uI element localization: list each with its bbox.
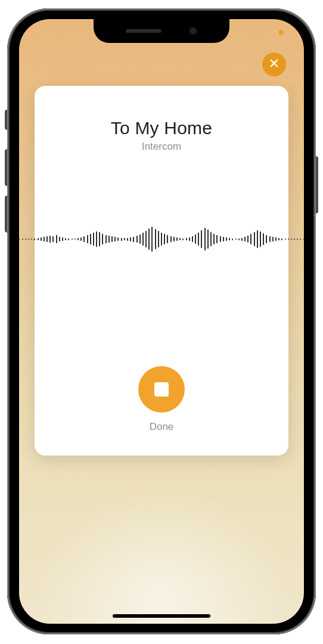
- waveform-bar: [59, 237, 60, 242]
- waveform-bar: [130, 237, 131, 242]
- waveform-bar: [247, 236, 249, 243]
- waveform-bar: [121, 238, 122, 241]
- waveform-bar: [108, 236, 110, 243]
- waveform-bar: [22, 239, 23, 240]
- waveform-bar: [241, 238, 243, 241]
- waveform-bar: [176, 237, 178, 241]
- waveform-bar: [68, 239, 69, 240]
- waveform-bar: [93, 233, 94, 246]
- waveform-bar: [220, 236, 221, 242]
- waveform-bar: [213, 234, 215, 244]
- waveform-bar: [204, 228, 206, 250]
- waveform-bar: [31, 239, 32, 240]
- waveform-bar: [229, 238, 230, 240]
- waveform-bar: [189, 237, 190, 241]
- waveform-bar: [201, 230, 202, 248]
- mute-switch: [5, 110, 7, 130]
- waveform-bar: [300, 239, 301, 240]
- waveform-bar: [124, 238, 125, 240]
- waveform-bar: [65, 238, 66, 240]
- waveform-bar: [117, 237, 119, 241]
- waveform-bar: [28, 239, 29, 240]
- home-indicator[interactable]: [113, 614, 210, 618]
- waveform-bar: [19, 239, 20, 240]
- speaker-grille: [126, 29, 162, 33]
- phone-frame: To My Home Intercom Done: [7, 8, 316, 634]
- waveform-bar: [250, 234, 251, 244]
- waveform-bar: [74, 239, 76, 240]
- waveform-bar: [96, 231, 97, 247]
- waveform-bar: [297, 239, 298, 240]
- waveform-bar: [278, 238, 279, 240]
- waveform-bar: [226, 237, 227, 241]
- waveform-bar: [244, 237, 246, 242]
- close-button[interactable]: [262, 52, 286, 76]
- waveform-bar: [254, 232, 255, 246]
- waveform: [41, 218, 282, 260]
- waveform-bar: [182, 239, 184, 240]
- waveform-bar: [167, 235, 168, 243]
- waveform-bar: [198, 233, 199, 246]
- waveform-bar: [207, 230, 209, 249]
- waveform-bar: [266, 235, 267, 243]
- waveform-bar: [77, 238, 79, 240]
- waveform-bar: [111, 236, 113, 242]
- waveform-bar: [142, 233, 144, 246]
- waveform-bar: [275, 237, 277, 241]
- waveform-bar: [232, 239, 233, 240]
- waveform-bar: [155, 229, 156, 249]
- waveform-bar: [192, 236, 193, 242]
- waveform-bar: [25, 239, 26, 240]
- mic-indicator-dot: [279, 30, 284, 35]
- notch: [94, 19, 229, 43]
- waveform-bar: [90, 234, 91, 244]
- intercom-card: To My Home Intercom Done: [35, 86, 288, 456]
- waveform-bar: [145, 231, 147, 247]
- waveform-bar: [257, 230, 258, 248]
- waveform-bar: [44, 237, 45, 242]
- waveform-bar: [269, 236, 271, 242]
- waveform-bar: [80, 237, 82, 241]
- waveform-bar: [151, 227, 153, 252]
- waveform-bar: [195, 234, 196, 244]
- waveform-bar: [291, 239, 292, 240]
- waveform-bar: [133, 237, 134, 242]
- waveform-bar: [281, 239, 282, 240]
- waveform-bar: [41, 237, 42, 241]
- front-camera: [189, 27, 197, 35]
- waveform-bar: [164, 234, 165, 244]
- volume-down-button: [5, 196, 7, 233]
- waveform-bar: [223, 237, 224, 242]
- waveform-bar: [148, 228, 150, 250]
- waveform-bar: [260, 231, 261, 247]
- waveform-bar: [238, 239, 240, 240]
- waveform-bar: [52, 236, 54, 242]
- waveform-bar: [161, 233, 162, 246]
- done-label: Done: [150, 421, 174, 433]
- stop-icon: [154, 382, 169, 397]
- waveform-bar: [102, 234, 103, 244]
- close-icon: [269, 58, 279, 71]
- stop-button[interactable]: [138, 366, 185, 413]
- waveform-bar: [210, 232, 212, 246]
- waveform-bar: [72, 239, 73, 240]
- waveform-bar: [87, 235, 88, 243]
- waveform-bar: [272, 237, 274, 242]
- waveform-bar: [285, 239, 286, 240]
- waveform-bar: [216, 235, 218, 243]
- waveform-bar: [186, 238, 187, 240]
- power-button: [316, 156, 318, 213]
- waveform-bar: [288, 239, 289, 240]
- waveform-bar: [139, 234, 141, 244]
- waveform-bar: [294, 239, 295, 240]
- waveform-bar: [38, 238, 39, 240]
- card-title: To My Home: [111, 118, 212, 138]
- waveform-bar: [170, 236, 172, 242]
- waveform-bar: [114, 237, 116, 242]
- waveform-bar: [49, 236, 51, 243]
- waveform-bar: [158, 231, 159, 247]
- waveform-bar: [127, 238, 128, 241]
- waveform-bar: [83, 236, 85, 242]
- waveform-bar: [179, 238, 181, 240]
- waveform-bar: [173, 237, 175, 242]
